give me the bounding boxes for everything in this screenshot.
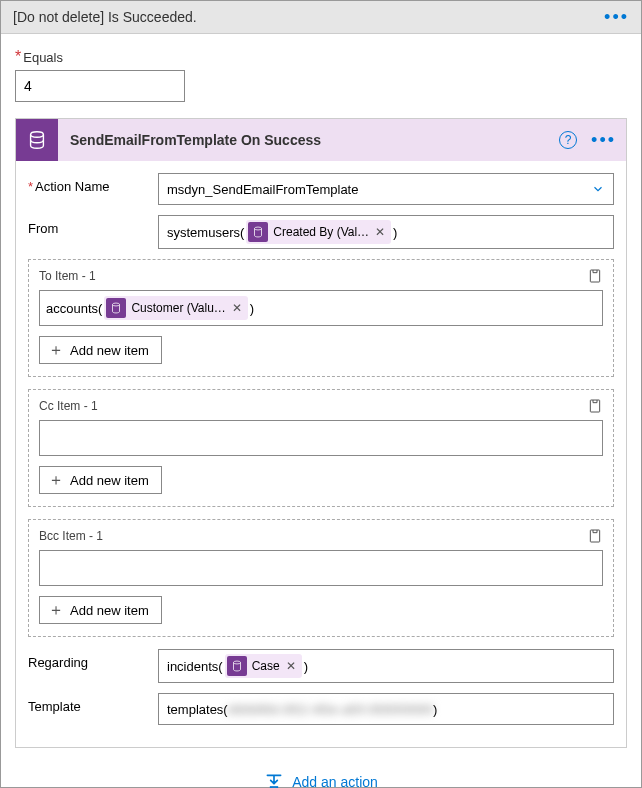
action-card: SendEmailFromTemplate On Success ? ••• *… [15,118,627,748]
to-add-button[interactable]: ＋Add new item [39,336,162,364]
dataverse-icon [106,298,126,318]
svg-point-3 [113,303,120,306]
from-suffix: ) [393,225,397,240]
template-row: Template templates( bfbfbf6fd-0f02-4f0e-… [28,693,614,725]
from-token[interactable]: Created By (Val… ✕ [246,220,391,244]
from-prefix: systemusers( [167,225,244,240]
action-name-row: *Action Name msdyn_SendEmailFromTemplate [28,173,614,205]
plus-icon: ＋ [48,342,64,358]
regarding-row: Regarding incidents( Case ✕ ) [28,649,614,683]
card-more-icon[interactable]: ••• [591,135,616,145]
to-token-text: Customer (Valu… [131,301,225,315]
card-header[interactable]: SendEmailFromTemplate On Success ? ••• [16,119,626,161]
bcc-group: Bcc Item - 1 ＋Add new item [28,519,614,637]
equals-field: *Equals [15,48,627,102]
dynamic-content-icon[interactable] [587,268,603,284]
step-title: [Do not delete] Is Succeeded. [13,9,197,25]
from-row: From systemusers( Created By (Val… ✕ ) [28,215,614,249]
dataverse-icon [16,119,58,161]
regarding-input[interactable]: incidents( Case ✕ ) [158,649,614,683]
template-input[interactable]: templates( bfbfbf6fd-0f02-4f0e-af0f-0f0f… [158,693,614,725]
cc-add-button[interactable]: ＋Add new item [39,466,162,494]
card-title: SendEmailFromTemplate On Success [70,132,559,148]
header-more-icon[interactable]: ••• [604,12,629,22]
required-asterisk: * [28,179,33,194]
to-label: To Item - 1 [39,269,96,283]
svg-rect-5 [590,530,599,542]
required-asterisk: * [15,48,21,65]
svg-rect-4 [590,400,599,412]
from-input[interactable]: systemusers( Created By (Val… ✕ ) [158,215,614,249]
step-header[interactable]: [Do not delete] Is Succeeded. ••• [1,1,641,34]
step-body: *Equals SendEmailFromTemplate On Success… [1,34,641,788]
step-container: [Do not delete] Is Succeeded. ••• *Equal… [0,0,642,788]
template-suffix: ) [433,702,437,717]
to-add-label: Add new item [70,343,149,358]
add-action-button[interactable]: Add an action [15,748,627,788]
regarding-suffix: ) [304,659,308,674]
template-blurred-value: bfbfbf6fd-0f02-4f0e-af0f-0f0f0f0f0f0f [228,702,433,717]
cc-add-label: Add new item [70,473,149,488]
help-icon[interactable]: ? [559,131,577,149]
dynamic-content-icon[interactable] [587,528,603,544]
cc-input[interactable] [39,420,603,456]
remove-token-icon[interactable]: ✕ [375,225,385,239]
template-prefix: templates( [167,702,228,717]
bcc-label: Bcc Item - 1 [39,529,103,543]
regarding-token-text: Case [252,659,280,673]
add-action-icon [264,772,284,788]
to-group: To Item - 1 accounts( Customer (Valu… ✕ … [28,259,614,377]
dynamic-content-icon[interactable] [587,398,603,414]
template-label: Template [28,699,81,714]
from-label: From [28,221,58,236]
to-input[interactable]: accounts( Customer (Valu… ✕ ) [39,290,603,326]
bcc-add-button[interactable]: ＋Add new item [39,596,162,624]
equals-input[interactable] [15,70,185,102]
remove-token-icon[interactable]: ✕ [232,301,242,315]
equals-label: Equals [23,50,63,65]
to-suffix: ) [250,301,254,316]
action-name-label: Action Name [35,179,109,194]
to-token[interactable]: Customer (Valu… ✕ [104,296,247,320]
from-token-text: Created By (Val… [273,225,369,239]
action-name-value: msdyn_SendEmailFromTemplate [167,182,358,197]
dataverse-icon [227,656,247,676]
cc-group: Cc Item - 1 ＋Add new item [28,389,614,507]
bcc-add-label: Add new item [70,603,149,618]
plus-icon: ＋ [48,602,64,618]
to-prefix: accounts( [46,301,102,316]
svg-point-6 [233,661,240,664]
remove-token-icon[interactable]: ✕ [286,659,296,673]
card-body: *Action Name msdyn_SendEmailFromTemplate… [16,161,626,747]
cc-label: Cc Item - 1 [39,399,98,413]
dataverse-icon [248,222,268,242]
action-name-select[interactable]: msdyn_SendEmailFromTemplate [158,173,614,205]
svg-point-1 [255,227,262,230]
svg-rect-2 [590,270,599,282]
regarding-token[interactable]: Case ✕ [225,654,302,678]
regarding-label: Regarding [28,655,88,670]
svg-point-0 [31,132,44,138]
bcc-input[interactable] [39,550,603,586]
regarding-prefix: incidents( [167,659,223,674]
plus-icon: ＋ [48,472,64,488]
chevron-down-icon [591,182,605,196]
add-action-label: Add an action [292,774,378,788]
